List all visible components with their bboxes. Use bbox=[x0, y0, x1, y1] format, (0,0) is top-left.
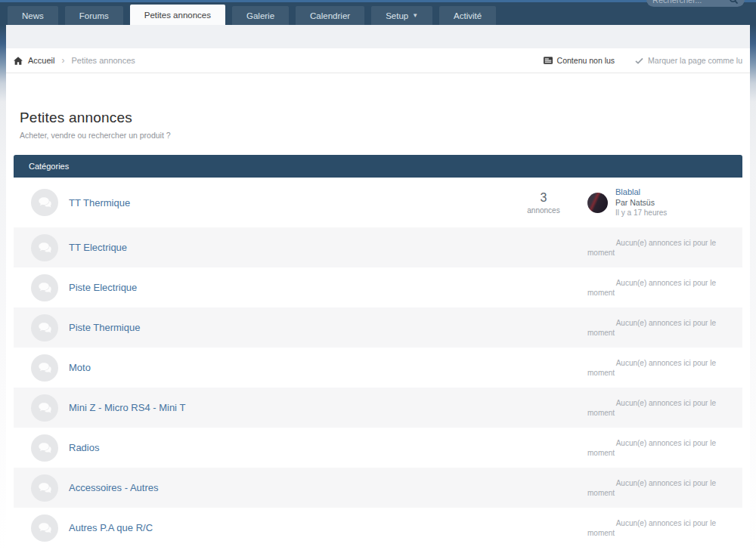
comments-icon bbox=[31, 434, 58, 462]
tab-activite[interactable]: Activité bbox=[439, 6, 496, 25]
category-link[interactable]: Accessoires - Autres bbox=[69, 482, 513, 493]
main-content: Petites annonces Acheter, vendre ou rech… bbox=[6, 73, 750, 549]
search-icon[interactable] bbox=[729, 0, 739, 5]
comments-icon bbox=[31, 354, 58, 382]
last-post-time: Il y a 17 heures bbox=[615, 208, 667, 218]
tab-label: Forums bbox=[79, 11, 109, 20]
category-link[interactable]: Piste Thermique bbox=[69, 322, 513, 333]
categories-header-bar: Catégories bbox=[14, 155, 742, 178]
last-post-title[interactable]: Blablal bbox=[615, 187, 667, 197]
page-wrapper: Accueil › Petites annonces Contenu non l… bbox=[6, 25, 750, 549]
empty-category-text: Aucun(e) annonces ici pour le moment bbox=[587, 518, 716, 538]
comments-icon bbox=[31, 514, 58, 542]
tab-label: Galerie bbox=[246, 11, 274, 20]
unread-content-label: Contenu non lus bbox=[557, 56, 615, 65]
empty-category-text: Aucun(e) annonces ici pour le moment bbox=[587, 438, 716, 458]
check-icon bbox=[635, 57, 643, 64]
page-subtitle: Acheter, vendre ou rechercher un produit… bbox=[20, 131, 736, 140]
category-link[interactable]: Mini Z - Micro RS4 - Mini T bbox=[69, 402, 513, 413]
category-row: Piste Electrique Aucun(e) annonces ici p… bbox=[14, 267, 742, 307]
empty-category-text: Aucun(e) annonces ici pour le moment bbox=[587, 278, 716, 298]
chevron-right-icon: › bbox=[60, 55, 66, 66]
unread-content-icon bbox=[544, 57, 553, 64]
tab-forums[interactable]: Forums bbox=[65, 6, 123, 25]
home-icon[interactable] bbox=[14, 57, 23, 65]
tab-setup[interactable]: Setup ▼ bbox=[371, 6, 432, 25]
unread-content-link[interactable]: Contenu non lus bbox=[544, 56, 615, 65]
breadcrumb-actions: Contenu non lus Marquer la page comme lu bbox=[544, 56, 742, 65]
last-post: Aucun(e) annonces ici pour le moment bbox=[587, 438, 720, 458]
comments-icon bbox=[31, 474, 58, 502]
category-row: Piste Thermique Aucun(e) annonces ici po… bbox=[14, 307, 742, 348]
last-post: Blablal Par Natsüs Il y a 17 heures bbox=[587, 187, 720, 218]
breadcrumb-current: Petites annonces bbox=[71, 56, 135, 65]
empty-category-text: Aucun(e) annonces ici pour le moment bbox=[587, 398, 716, 418]
last-post: Aucun(e) annonces ici pour le moment bbox=[587, 318, 720, 338]
header-spacer-band bbox=[6, 25, 750, 48]
category-row: Radios Aucun(e) annonces ici pour le mom… bbox=[14, 428, 742, 468]
category-row: Autres P.A que R/C Aucun(e) annonces ici… bbox=[14, 508, 742, 548]
tab-petites-annonces[interactable]: Petites annonces bbox=[130, 5, 225, 25]
search-input[interactable] bbox=[652, 0, 729, 5]
categories-table: TT Thermique 3 annonces Blablal Par Nats… bbox=[14, 178, 742, 548]
category-link[interactable]: TT Thermique bbox=[69, 197, 513, 209]
category-link[interactable]: TT Electrique bbox=[69, 242, 513, 253]
breadcrumb-trail: Accueil › Petites annonces bbox=[14, 55, 135, 66]
category-link[interactable]: Radios bbox=[69, 442, 513, 453]
empty-category-text: Aucun(e) annonces ici pour le moment bbox=[587, 238, 716, 258]
empty-category-text: Aucun(e) annonces ici pour le moment bbox=[587, 478, 716, 498]
empty-category-text: Aucun(e) annonces ici pour le moment bbox=[587, 318, 716, 338]
category-row: Moto Aucun(e) annonces ici pour le momen… bbox=[14, 348, 742, 388]
page-header: Petites annonces Acheter, vendre ou rech… bbox=[14, 73, 742, 140]
tab-label: News bbox=[22, 11, 44, 20]
last-post: Aucun(e) annonces ici pour le moment bbox=[587, 278, 720, 298]
page-title: Petites annonces bbox=[20, 110, 736, 126]
empty-category-text: Aucun(e) annonces ici pour le moment bbox=[587, 358, 716, 378]
breadcrumb: Accueil › Petites annonces Contenu non l… bbox=[6, 48, 750, 73]
avatar[interactable] bbox=[587, 193, 608, 213]
main-navigation: News Forums Petites annonces Galerie Cal… bbox=[0, 2, 756, 25]
category-stats: 3 annonces bbox=[513, 191, 574, 215]
tab-news[interactable]: News bbox=[8, 6, 58, 25]
comments-icon bbox=[31, 234, 58, 261]
last-post: Aucun(e) annonces ici pour le moment bbox=[587, 238, 720, 258]
category-link[interactable]: Piste Electrique bbox=[69, 282, 513, 293]
category-link[interactable]: Moto bbox=[69, 362, 513, 373]
comments-icon bbox=[31, 274, 58, 301]
category-row: Accessoires - Autres Aucun(e) annonces i… bbox=[14, 468, 742, 508]
tab-calendrier[interactable]: Calendrier bbox=[296, 6, 364, 25]
chevron-down-icon: ▼ bbox=[412, 13, 418, 19]
last-post: Aucun(e) annonces ici pour le moment bbox=[587, 478, 720, 498]
last-post-author: Par Natsüs bbox=[615, 197, 667, 208]
mark-read-label: Marquer la page comme lu bbox=[648, 56, 742, 65]
tab-galerie[interactable]: Galerie bbox=[232, 6, 289, 25]
comments-icon bbox=[31, 314, 58, 341]
category-row: TT Electrique Aucun(e) annonces ici pour… bbox=[14, 227, 742, 267]
category-row: Mini Z - Micro RS4 - Mini T Aucun(e) ann… bbox=[14, 388, 742, 428]
comments-icon bbox=[31, 394, 58, 422]
category-link[interactable]: Autres P.A que R/C bbox=[69, 522, 513, 533]
last-post: Aucun(e) annonces ici pour le moment bbox=[587, 358, 720, 378]
breadcrumb-home-link[interactable]: Accueil bbox=[28, 56, 54, 65]
tab-label: Activité bbox=[454, 11, 482, 20]
tab-label: Setup bbox=[386, 11, 408, 20]
last-post: Aucun(e) annonces ici pour le moment bbox=[587, 518, 720, 538]
mark-read-link[interactable]: Marquer la page comme lu bbox=[635, 56, 742, 65]
annonce-count-label: annonces bbox=[513, 206, 574, 215]
search-box[interactable] bbox=[646, 0, 745, 7]
tab-label: Calendrier bbox=[310, 11, 350, 20]
last-post: Aucun(e) annonces ici pour le moment bbox=[587, 398, 720, 418]
comments-icon bbox=[31, 189, 58, 216]
tab-label: Petites annonces bbox=[144, 11, 211, 20]
category-row: TT Thermique 3 annonces Blablal Par Nats… bbox=[14, 178, 742, 227]
annonce-count: 3 bbox=[513, 191, 574, 205]
